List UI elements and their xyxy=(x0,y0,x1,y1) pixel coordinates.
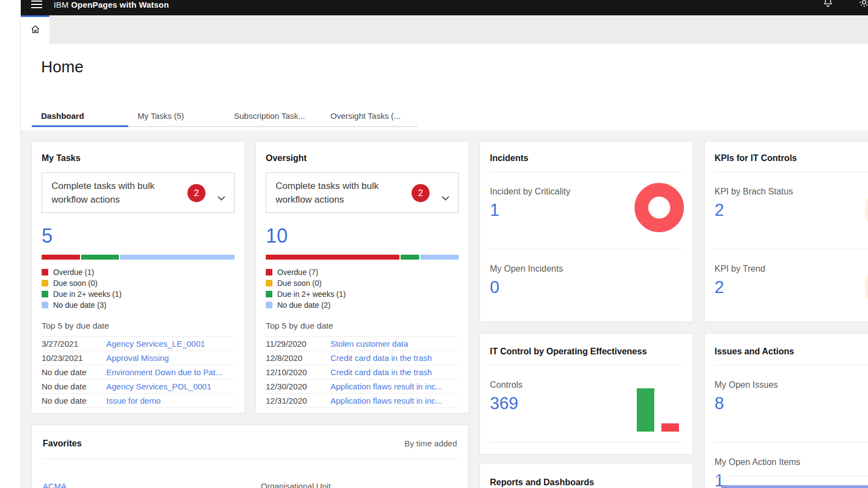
home-icon xyxy=(30,24,41,37)
row-task-link[interactable]: Credit card data in the trash xyxy=(330,368,432,377)
row-due-date: 12/10/2020 xyxy=(266,368,330,377)
divider xyxy=(715,249,868,249)
row-task-link[interactable]: Issue for demo xyxy=(106,396,161,405)
legend-item: Overdue (1) xyxy=(42,267,235,278)
row-task-link[interactable]: Credit card data in the trash xyxy=(330,353,432,363)
due-date-bar xyxy=(266,255,459,260)
workspace-tabstrip xyxy=(21,15,868,44)
divider xyxy=(43,458,457,459)
kpis-for-it-controls-card: KPIs for IT Controls KPI by Brach Status… xyxy=(704,141,868,322)
total-tasks-link[interactable]: 5 xyxy=(42,226,53,246)
table-row: No due date Agency Services_POL_0001 xyxy=(42,379,235,393)
chevron-down-icon[interactable] xyxy=(218,191,225,205)
legend-label: Overdue (7) xyxy=(277,268,318,277)
row-task-link[interactable]: Approval Missing xyxy=(106,353,169,363)
tab-my-tasks[interactable]: My Tasks (5) xyxy=(128,106,225,126)
page-title: Home xyxy=(41,58,83,76)
issues-and-actions-card: Issues and Actions My Open Issues 8 My O… xyxy=(704,333,868,488)
metric-label: My Open Incidents xyxy=(490,264,683,274)
divider xyxy=(715,171,868,172)
home-tab-bar: Dashboard My Tasks (5) Subscription Task… xyxy=(32,106,418,127)
legend-swatch xyxy=(42,280,48,286)
row-task-link[interactable]: Application flaws result in inc... xyxy=(330,396,442,405)
divider xyxy=(490,249,683,249)
row-due-date: 11/29/2020 xyxy=(266,339,330,348)
bar-segment-due-2plus-weeks xyxy=(81,255,119,260)
row-task-link[interactable]: Agency Services_LE_0001 xyxy=(106,339,205,348)
table-row: No due date Issue for demo xyxy=(42,393,235,407)
tab-oversight-tasks[interactable]: Oversight Tasks (... xyxy=(321,106,418,126)
legend-item: No due date (2) xyxy=(266,300,459,311)
card-title: Incidents xyxy=(490,153,683,163)
metric-value-link[interactable]: 0 xyxy=(490,278,499,297)
my-tasks-card: My Tasks Complete tasks with bulk workfl… xyxy=(31,141,245,414)
card-title: My Tasks xyxy=(42,153,235,163)
legend-label: Due in 2+ weeks (1) xyxy=(277,290,346,298)
notifications-bell-icon[interactable] xyxy=(822,0,834,10)
bulk-workflow-dropdown[interactable]: Complete tasks with bulk workflow action… xyxy=(266,173,459,213)
card-title: Oversight xyxy=(266,153,459,163)
metric-value-link[interactable]: 1 xyxy=(490,201,499,220)
incidents-card: Incidents Incident by Criticality 1 My O… xyxy=(479,141,693,322)
top5-table: 3/27/2021 Agency Services_LE_0001 10/23/… xyxy=(42,336,235,408)
tab-dashboard[interactable]: Dashboard xyxy=(32,106,128,127)
metric-label: My Open Issues xyxy=(715,380,868,390)
row-task-link[interactable]: Agency Services_POL_0001 xyxy=(106,382,212,391)
total-tasks-link[interactable]: 10 xyxy=(266,226,288,246)
due-date-legend: Overdue (7) Due soon (0) Due in 2+ weeks… xyxy=(266,267,459,311)
table-row: 10/23/2021 Approval Missing xyxy=(42,351,235,365)
table-row: 12/8/2020 Credit card data in the trash xyxy=(266,351,459,365)
menu-hamburger-icon[interactable] xyxy=(30,0,43,15)
metric-value-link[interactable]: 2 xyxy=(715,278,724,297)
home-workspace-tab[interactable] xyxy=(21,15,49,44)
row-task-link[interactable]: Application flaws result in inc... xyxy=(330,382,442,391)
row-task-link[interactable]: Environment Down due to Pat... xyxy=(106,368,222,377)
tab-subscription-tasks[interactable]: Subscription Task... xyxy=(225,106,321,126)
legend-swatch xyxy=(266,302,272,308)
legend-item: Due soon (0) xyxy=(42,278,235,289)
dropdown-label: Complete tasks with bulk workflow action… xyxy=(52,181,155,205)
favorite-link[interactable]: ACMA xyxy=(43,481,66,488)
reports-and-dashboards-card: Reports and Dashboards xyxy=(479,463,693,488)
table-row: No due date Environment Down due to Pat.… xyxy=(42,365,235,379)
metric-value-link[interactable]: 8 xyxy=(715,394,724,413)
legend-item: Due in 2+ weeks (1) xyxy=(266,289,459,300)
metric-value-link[interactable]: 369 xyxy=(490,394,518,413)
divider xyxy=(490,365,683,365)
left-edge-strip xyxy=(0,0,21,488)
card-title: Favorites xyxy=(43,439,82,449)
row-due-date: 3/27/2021 xyxy=(42,339,106,348)
it-control-effectiveness-card: IT Control by Operating Effectiveness Co… xyxy=(479,333,693,455)
count-badge: 2 xyxy=(412,184,430,202)
divider xyxy=(715,476,868,476)
legend-item: No due date (3) xyxy=(42,300,235,311)
bar-effective xyxy=(637,388,654,432)
top5-heading: Top 5 by due date xyxy=(42,321,235,331)
legend-label: No due date (2) xyxy=(277,301,330,309)
row-task-link[interactable]: Stolen customer data xyxy=(330,339,408,348)
oversight-card: Oversight Complete tasks with bulk workf… xyxy=(255,141,469,414)
brand-name: OpenPages with Watson xyxy=(71,0,169,9)
settings-gear-icon[interactable] xyxy=(858,0,868,10)
incident-criticality-donut-chart[interactable] xyxy=(635,183,684,232)
bulk-workflow-dropdown[interactable]: Complete tasks with bulk workflow action… xyxy=(42,173,235,213)
bar-segment-no-due-date xyxy=(420,255,459,260)
metric-value-link[interactable]: 2 xyxy=(715,201,724,220)
row-due-date: 12/8/2020 xyxy=(266,353,330,363)
chevron-down-icon[interactable] xyxy=(442,191,449,205)
top-header-bar: IBM OpenPages with Watson xyxy=(21,0,868,15)
metric-label: KPI by Brach Status xyxy=(715,187,868,197)
legend-item: Due in 2+ weeks (1) xyxy=(42,289,235,300)
divider xyxy=(715,365,868,365)
card-title: Reports and Dashboards xyxy=(490,478,683,487)
bar-segment-overdue xyxy=(266,255,399,260)
app-title: IBM OpenPages with Watson xyxy=(54,0,169,9)
table-row: 11/29/2020 Stolen customer data xyxy=(266,336,459,351)
sort-by-time-added[interactable]: By time added xyxy=(404,439,457,448)
favorite-row: ACMA Organisational Unit xyxy=(43,481,457,488)
row-due-date: No due date xyxy=(42,368,106,377)
divider xyxy=(490,326,683,326)
legend-swatch xyxy=(42,302,48,308)
row-due-date: No due date xyxy=(42,396,106,405)
top5-heading: Top 5 by due date xyxy=(266,321,459,331)
